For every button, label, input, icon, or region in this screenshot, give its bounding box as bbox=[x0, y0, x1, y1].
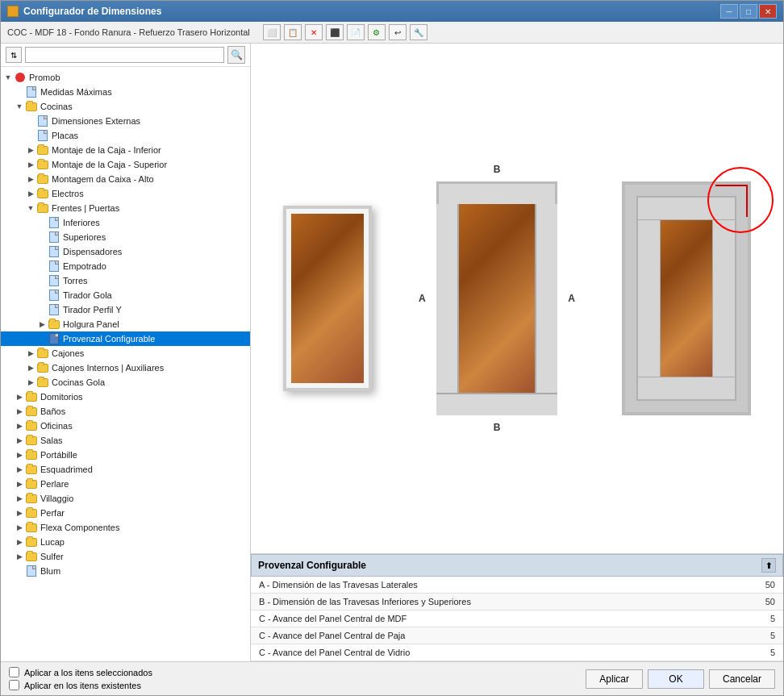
properties-collapse-button[interactable]: ⬆ bbox=[761, 558, 776, 573]
door3-inset bbox=[636, 196, 736, 401]
tree-item-lucap[interactable]: ▶ Lucap bbox=[1, 535, 250, 549]
property-value-1[interactable]: 50 bbox=[719, 594, 783, 611]
tree-label-portabille: Portábille bbox=[40, 450, 77, 460]
folder-icon bbox=[36, 361, 49, 374]
tree-container[interactable]: ▼ Promob Medidas Máximas ▼ Cocinas bbox=[1, 67, 250, 661]
property-row-3: C - Avance del Panel Central de Paja 5 bbox=[251, 627, 783, 644]
folder-icon bbox=[25, 419, 38, 432]
tree-item-cocinas[interactable]: ▼ Cocinas bbox=[1, 99, 250, 114]
tree-item-dispensadores[interactable]: Dispensadores bbox=[1, 244, 250, 259]
search-button[interactable]: 🔍 bbox=[227, 46, 245, 64]
toolbar-icon-4[interactable]: ⬛ bbox=[326, 24, 344, 40]
tree-item-tirador-perfil[interactable]: Tirador Perfil Y bbox=[1, 302, 250, 317]
properties-panel: Provenzal Configurable ⬆ A - Dimensión d… bbox=[251, 554, 783, 661]
tree-item-oficinas[interactable]: ▶ Oficinas bbox=[1, 419, 250, 433]
toolbar-icon-1[interactable]: ⬜ bbox=[263, 24, 281, 40]
expand-icon: ▶ bbox=[25, 173, 36, 185]
property-value-2[interactable]: 5 bbox=[719, 611, 783, 627]
tree-label-frentes: Frentes | Puertas bbox=[52, 203, 119, 213]
page-icon bbox=[48, 260, 60, 273]
tree-item-tirador-gola[interactable]: Tirador Gola bbox=[1, 288, 250, 302]
search-input[interactable] bbox=[25, 47, 224, 63]
tree-label-dimext: Dimensiones Externas bbox=[52, 116, 140, 126]
expand-icon: ▶ bbox=[14, 551, 25, 562]
checkbox-seleccionados[interactable]: Aplicar a los itens seleccionados bbox=[9, 667, 152, 677]
tree-item-flexa[interactable]: ▶ Flexa Componentes bbox=[1, 520, 250, 535]
search-row: ⇅ 🔍 bbox=[1, 44, 250, 67]
tree-item-perfar[interactable]: ▶ Perfar bbox=[1, 506, 250, 520]
expand-icon: ▼ bbox=[2, 72, 14, 83]
tree-item-salas[interactable]: ▶ Salas bbox=[1, 433, 250, 448]
tree-item-holgura[interactable]: ▶ Holgura Panel bbox=[1, 317, 250, 331]
checkbox-existentes-input[interactable] bbox=[9, 680, 19, 690]
tree-item-frentes[interactable]: ▼ Frentes | Puertas bbox=[1, 201, 250, 215]
toolbar-icon-8[interactable]: 🔧 bbox=[410, 24, 427, 40]
tree-item-dimext[interactable]: Dimensiones Externas bbox=[1, 114, 250, 128]
property-value-0[interactable]: 50 bbox=[719, 577, 783, 594]
tree-item-cajones-int[interactable]: ▶ Cajones Internos | Auxiliares bbox=[1, 361, 250, 375]
tree-label-villaggio: Villaggio bbox=[40, 494, 73, 503]
folder-icon bbox=[25, 463, 38, 476]
tree-item-domitorios[interactable]: ▶ Domitorios bbox=[1, 390, 250, 404]
door3-left-rail bbox=[638, 220, 661, 377]
tree-label-cocinas-gola: Cocinas Gola bbox=[52, 377, 105, 387]
toolbar-icon-delete[interactable]: ✕ bbox=[305, 24, 323, 40]
folder-icon bbox=[14, 71, 27, 84]
cancelar-button[interactable]: Cancelar bbox=[709, 669, 775, 689]
tree-item-esquadrimed[interactable]: ▶ Esquadrimed bbox=[1, 462, 250, 477]
tree-item-montaje-sup[interactable]: ▶ Montaje de la Caja - Superior bbox=[1, 157, 250, 172]
expand-icon: ▶ bbox=[14, 449, 25, 461]
folder-icon bbox=[36, 347, 49, 360]
page-icon bbox=[48, 216, 60, 229]
tree-item-superiores[interactable]: Superiores bbox=[1, 230, 250, 244]
property-value-3[interactable]: 5 bbox=[719, 627, 783, 644]
tree-label-perfar: Perfar bbox=[40, 508, 65, 518]
minimize-button[interactable]: ─ bbox=[720, 4, 738, 19]
page-icon bbox=[48, 274, 60, 287]
maximize-button[interactable]: □ bbox=[740, 4, 757, 19]
tree-item-provenzal[interactable]: Provenzal Configurable bbox=[1, 331, 250, 346]
tree-item-medidas[interactable]: Medidas Máximas bbox=[1, 85, 250, 99]
tree-item-placas[interactable]: Placas bbox=[1, 128, 250, 143]
toolbar-icon-settings[interactable]: ⚙ bbox=[368, 24, 386, 40]
checkbox-existentes[interactable]: Aplicar en los itens existentes bbox=[9, 680, 152, 690]
tree-item-cajones[interactable]: ▶ Cajones bbox=[1, 346, 250, 361]
toolbar-icon-7[interactable]: ↩ bbox=[389, 24, 407, 40]
toolbar-icon-2[interactable]: 📋 bbox=[284, 24, 302, 40]
folder-icon bbox=[25, 405, 38, 418]
tree-label-dispensadores: Dispensadores bbox=[63, 247, 122, 256]
toolbar-icon-5[interactable]: 📄 bbox=[347, 24, 365, 40]
tree-label-inferiores: Inferiores bbox=[63, 218, 100, 227]
tree-item-empotrado[interactable]: Empotrado bbox=[1, 259, 250, 273]
tree-item-cocinas-gola[interactable]: ▶ Cocinas Gola bbox=[1, 375, 250, 390]
tree-item-portabille[interactable]: ▶ Portábille bbox=[1, 448, 250, 462]
page-icon bbox=[25, 565, 38, 577]
tree-item-montagem-alto[interactable]: ▶ Montagem da Caixa - Alto bbox=[1, 172, 250, 186]
aplicar-button[interactable]: Aplicar bbox=[586, 669, 643, 689]
tree-label-cajones-int: Cajones Internos | Auxiliares bbox=[52, 363, 164, 373]
tree-item-perlare[interactable]: ▶ Perlare bbox=[1, 477, 250, 491]
folder-icon bbox=[36, 187, 49, 200]
tree-item-villaggio[interactable]: ▶ Villaggio bbox=[1, 491, 250, 506]
tree-label-tirador-gola: Tirador Gola bbox=[63, 290, 112, 300]
tree-item-banos[interactable]: ▶ Baños bbox=[1, 404, 250, 419]
expand-icon: ▶ bbox=[25, 362, 36, 373]
property-value-4[interactable]: 5 bbox=[719, 644, 783, 661]
close-button[interactable]: ✕ bbox=[759, 4, 777, 19]
ok-button[interactable]: OK bbox=[648, 669, 704, 689]
tree-item-electros[interactable]: ▶ Electros bbox=[1, 186, 250, 201]
tree-item-promob[interactable]: ▼ Promob bbox=[1, 70, 250, 85]
folder-icon bbox=[25, 448, 38, 461]
checkbox-seleccionados-input[interactable] bbox=[9, 667, 19, 677]
folder-icon bbox=[25, 492, 38, 505]
window-title: Configurador de Dimensiones bbox=[23, 6, 161, 17]
tree-item-sulfer[interactable]: ▶ Sulfer bbox=[1, 549, 250, 564]
door3-bottom bbox=[625, 401, 748, 412]
folder-icon bbox=[25, 506, 38, 519]
tree-item-torres[interactable]: Torres bbox=[1, 273, 250, 288]
tree-item-inferiores[interactable]: Inferiores bbox=[1, 215, 250, 230]
tree-item-montaje-inf[interactable]: ▶ Montaje de la Caja - Inferior bbox=[1, 143, 250, 157]
tree-sort-button[interactable]: ⇅ bbox=[6, 47, 22, 63]
tree-item-blum[interactable]: Blum bbox=[1, 564, 250, 578]
folder-icon bbox=[25, 536, 38, 548]
